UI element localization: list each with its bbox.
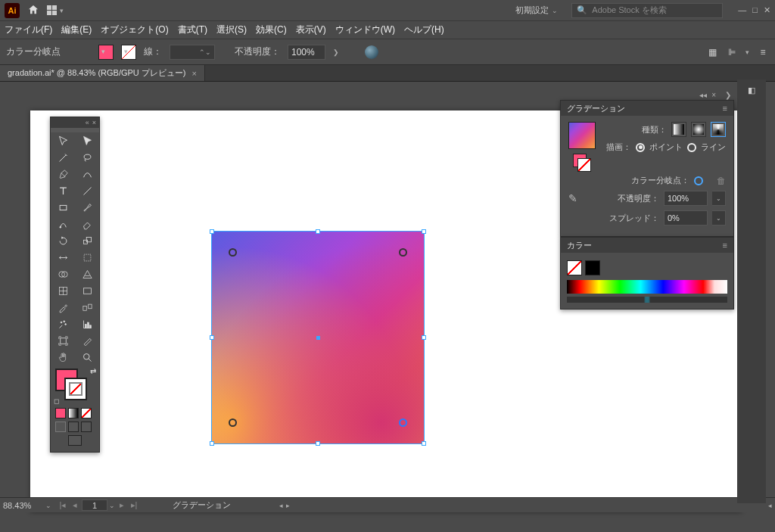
next-page-button[interactable]: ▸ (117, 500, 127, 510)
menu-type[interactable]: 書式(T) (178, 23, 207, 36)
gradient-spread-field[interactable]: 0% (664, 210, 708, 226)
perspective-tool[interactable] (75, 266, 99, 282)
type-tool[interactable] (51, 182, 75, 199)
selection-handle[interactable] (210, 335, 214, 340)
graph-tool[interactable] (75, 316, 99, 332)
freeform-gradient-button[interactable] (711, 122, 726, 137)
gradient-mode-button[interactable] (68, 408, 79, 418)
status-nav-prev[interactable]: ◂ (279, 502, 283, 509)
selection-handle[interactable] (210, 229, 214, 234)
panel-menu-icon[interactable]: ≡ (723, 104, 727, 113)
gradient-point[interactable] (229, 418, 237, 427)
draw-line-radio[interactable] (687, 143, 696, 152)
slice-tool[interactable] (75, 332, 99, 349)
status-nav-next[interactable]: ▸ (286, 502, 290, 509)
zoom-tool[interactable] (75, 349, 99, 366)
fill-swatch-dropdown[interactable] (98, 45, 114, 60)
opacity-dropdown[interactable]: ❯ (333, 48, 339, 56)
menu-select[interactable]: 選択(S) (216, 23, 247, 36)
gradient-point[interactable] (229, 248, 237, 257)
shaper-tool[interactable] (51, 216, 75, 232)
delete-stop-button[interactable]: 🗑 (717, 176, 726, 186)
maximize-button[interactable]: □ (752, 5, 758, 15)
selection-handle[interactable] (422, 335, 426, 340)
workspace-preset-dropdown[interactable]: 初期設定 ⌄ (515, 5, 558, 16)
page-number-field[interactable]: 1 (82, 499, 107, 511)
eraser-tool[interactable] (75, 216, 99, 232)
gradient-tool[interactable] (75, 282, 99, 299)
stroke-weight-field[interactable]: ⌃⌄ (170, 45, 215, 60)
document-tab[interactable]: gradation.ai* @ 88.43% (RGB/GPU プレビュー) × (0, 65, 205, 81)
menu-edit[interactable]: 編集(E) (61, 23, 92, 36)
symbol-sprayer-tool[interactable] (51, 316, 75, 332)
stroke-swatch-dropdown[interactable] (121, 45, 136, 60)
selection-tool[interactable] (51, 132, 75, 149)
first-page-button[interactable]: |◂ (58, 500, 68, 510)
none-mode-button[interactable] (81, 408, 92, 418)
eyedropper-tool[interactable] (51, 299, 75, 316)
menu-help[interactable]: ヘルプ(H) (404, 23, 444, 36)
gradient-point-selected[interactable] (399, 418, 407, 427)
gradient-spread-dropdown[interactable]: ⌄ (712, 210, 726, 226)
fill-stroke-indicator[interactable]: ⇄ ◻ (51, 366, 99, 406)
color-black-swatch[interactable] (585, 260, 600, 275)
align-icon[interactable]: ⊫ (726, 46, 738, 58)
draw-inside-button[interactable] (81, 422, 92, 432)
width-tool[interactable] (51, 249, 75, 266)
scale-tool[interactable] (75, 232, 99, 249)
rectangle-tool[interactable] (51, 199, 75, 216)
curvature-tool[interactable] (75, 166, 99, 182)
hand-tool[interactable] (51, 349, 75, 366)
align-dropdown[interactable]: ▾ (745, 48, 749, 56)
panel-resize-grip[interactable] (567, 297, 727, 303)
opacity-field[interactable]: 100% (288, 45, 325, 60)
zoom-dropdown[interactable]: ⌄ (45, 502, 51, 509)
menu-file[interactable]: ファイル(F) (5, 23, 52, 36)
draw-behind-button[interactable] (68, 422, 79, 432)
close-window-button[interactable]: ✕ (764, 5, 770, 15)
center-point[interactable] (316, 336, 320, 340)
prev-page-button[interactable]: ◂ (70, 500, 80, 510)
home-icon[interactable] (27, 4, 39, 17)
shape-builder-tool[interactable] (51, 266, 75, 282)
list-icon[interactable]: ≡ (757, 46, 769, 58)
panel-menu-icon[interactable]: ≡ (723, 241, 727, 250)
gradient-point[interactable] (399, 248, 407, 257)
edit-gradient-icon[interactable]: ✎ (568, 192, 577, 204)
gradient-rectangle[interactable] (212, 232, 424, 443)
stock-search-input[interactable]: 🔍 Adobe Stock を検索 (571, 3, 723, 18)
expand-icon[interactable]: ❯ (725, 91, 731, 100)
pen-tool[interactable] (51, 166, 75, 182)
gradient-opacity-dropdown[interactable]: ⌄ (712, 191, 726, 206)
grid-icon[interactable]: ▦ (706, 46, 718, 58)
page-dropdown[interactable]: ⌄ (109, 502, 115, 509)
selection-handle[interactable] (422, 229, 426, 234)
line-tool[interactable] (75, 182, 99, 199)
close-tab-button[interactable]: × (192, 69, 197, 78)
collapse-panels-icon[interactable]: ◂◂ (699, 91, 707, 100)
rotate-tool[interactable] (51, 232, 75, 249)
zoom-level-field[interactable]: 88.43% (3, 501, 42, 510)
selection-handle[interactable] (316, 441, 320, 446)
artboard-tool[interactable] (51, 332, 75, 349)
menu-view[interactable]: 表示(V) (296, 23, 326, 36)
menu-effect[interactable]: 効果(C) (256, 23, 287, 36)
selection-handle[interactable] (316, 229, 320, 234)
paintbrush-tool[interactable] (75, 199, 99, 216)
color-mode-button[interactable] (55, 408, 66, 418)
radial-gradient-button[interactable] (691, 122, 706, 137)
globe-icon[interactable] (365, 45, 378, 59)
colorstop-icon[interactable] (694, 176, 703, 185)
dock-icon[interactable]: ◧ (737, 79, 766, 101)
direct-selection-tool[interactable] (75, 132, 99, 149)
arrange-documents-dropdown[interactable]: ▾ (47, 5, 64, 15)
stroke-swatch[interactable] (64, 378, 87, 400)
screen-mode-button[interactable] (68, 435, 82, 446)
menu-window[interactable]: ウィンドウ(W) (335, 23, 395, 36)
gradient-preview-swatch[interactable] (568, 122, 596, 149)
collapse-icon[interactable]: « (86, 119, 89, 126)
close-panels-icon[interactable]: × (711, 91, 716, 100)
color-none-swatch[interactable] (567, 260, 582, 275)
draw-point-radio[interactable] (636, 143, 645, 152)
selection-handle[interactable] (422, 441, 426, 446)
